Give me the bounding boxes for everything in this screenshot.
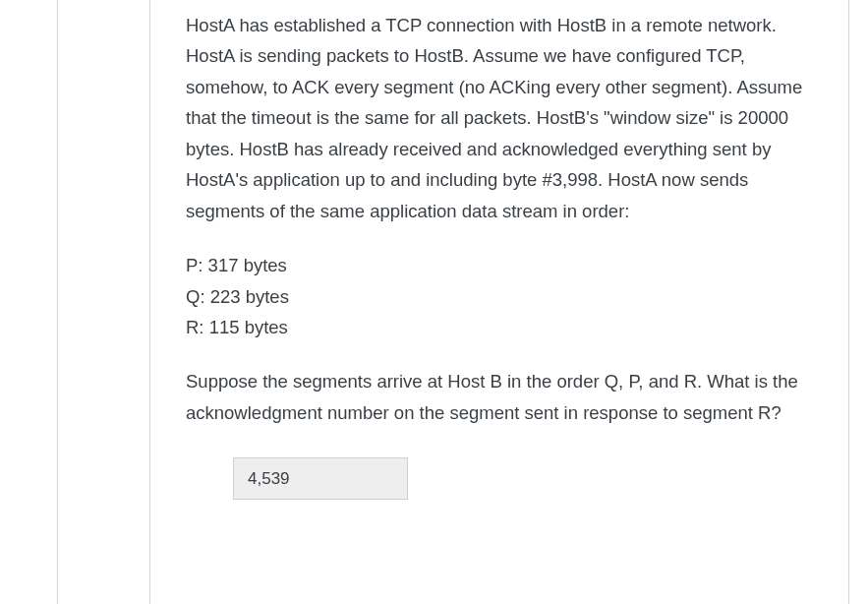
- question-segments: P: 317 bytes Q: 223 bytes R: 115 bytes: [186, 250, 813, 342]
- question-prompt: Suppose the segments arrive at Host B in…: [186, 366, 813, 428]
- question-card: HostA has established a TCP connection w…: [149, 0, 849, 604]
- left-rule: [57, 0, 58, 604]
- page: HostA has established a TCP connection w…: [0, 0, 868, 604]
- question-intro: HostA has established a TCP connection w…: [186, 10, 813, 226]
- answer-value: 4,539: [233, 457, 408, 500]
